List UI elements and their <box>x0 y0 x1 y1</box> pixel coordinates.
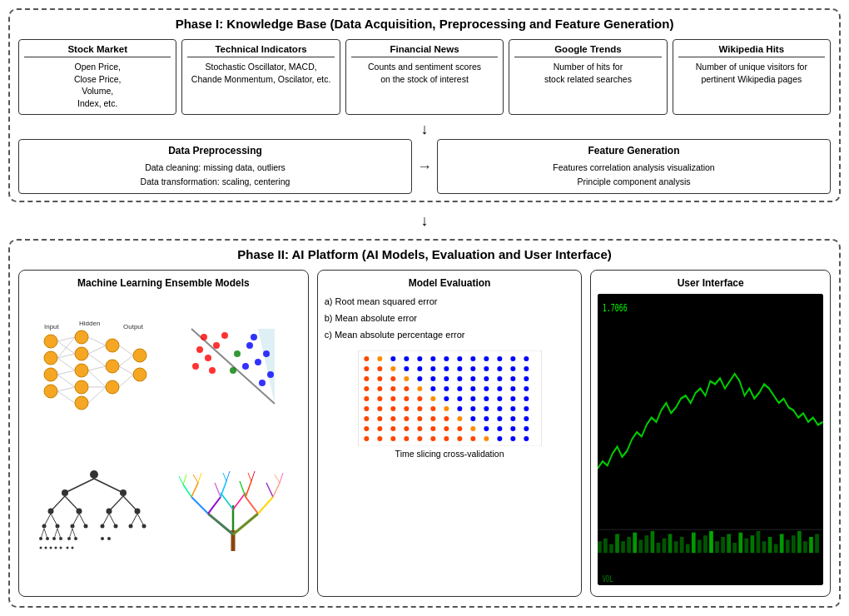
svg-point-195 <box>484 396 489 401</box>
svg-point-243 <box>430 436 435 441</box>
svg-line-36 <box>119 375 133 387</box>
svg-line-62 <box>109 496 123 511</box>
svg-line-132 <box>280 473 283 483</box>
svg-point-151 <box>417 366 422 371</box>
svg-rect-285 <box>786 540 790 554</box>
svg-point-83 <box>142 524 146 528</box>
svg-rect-281 <box>762 542 767 554</box>
svg-point-165 <box>430 376 435 381</box>
svg-line-112 <box>258 497 273 514</box>
svg-point-201 <box>390 406 395 411</box>
svg-point-240 <box>390 436 395 441</box>
scatter-plot-image <box>165 294 300 438</box>
svg-line-75 <box>137 514 144 526</box>
svg-point-175 <box>390 386 395 391</box>
svg-point-138 <box>417 356 422 361</box>
svg-line-34 <box>119 355 133 366</box>
financial-news-content: Counts and sentiment scoreson the stock … <box>351 61 498 85</box>
svg-point-228 <box>404 426 409 431</box>
svg-rect-272 <box>710 531 714 553</box>
svg-line-29 <box>88 366 106 370</box>
cv-matrix-svg <box>325 350 575 446</box>
svg-point-103 <box>66 546 68 549</box>
svg-point-40 <box>213 342 220 349</box>
svg-point-6 <box>44 385 57 398</box>
svg-line-19 <box>57 337 75 358</box>
svg-line-25 <box>57 391 75 403</box>
svg-point-137 <box>404 356 409 361</box>
svg-point-144 <box>497 356 502 361</box>
svg-point-51 <box>259 380 266 386</box>
svg-line-73 <box>109 514 116 526</box>
svg-point-180 <box>457 386 462 391</box>
svg-point-104 <box>71 546 73 549</box>
svg-point-7 <box>75 330 88 344</box>
svg-rect-263 <box>657 543 661 553</box>
svg-point-191 <box>430 396 435 401</box>
feature-gen-content: Features correlation analysis visualizat… <box>446 161 822 189</box>
svg-line-119 <box>240 481 246 497</box>
svg-point-211 <box>524 406 529 411</box>
svg-point-224 <box>524 416 529 421</box>
svg-point-46 <box>246 342 253 349</box>
google-trends-title: Google Trends <box>514 44 661 57</box>
neural-network-image: Input Hidden Output <box>26 294 161 438</box>
svg-point-98 <box>39 546 42 549</box>
svg-rect-283 <box>774 544 778 553</box>
svg-line-109 <box>191 497 208 514</box>
technical-indicators-title: Technical Indicators <box>187 44 334 57</box>
svg-point-99 <box>44 546 47 549</box>
svg-line-126 <box>198 473 201 483</box>
svg-point-190 <box>417 396 422 401</box>
svg-line-30 <box>88 370 106 387</box>
svg-point-235 <box>497 426 502 431</box>
technical-indicators-box: Technical Indicators Stochastic Oscillat… <box>181 39 340 115</box>
preprocessing-title: Data Preprocessing <box>27 145 403 156</box>
svg-rect-259 <box>633 533 638 553</box>
svg-point-179 <box>444 386 449 391</box>
svg-point-44 <box>209 367 216 374</box>
svg-point-8 <box>75 347 88 360</box>
svg-point-154 <box>457 366 462 371</box>
svg-rect-276 <box>733 543 737 553</box>
svg-point-245 <box>457 436 462 441</box>
svg-point-155 <box>470 366 475 371</box>
svg-point-234 <box>484 426 489 431</box>
svg-point-66 <box>106 508 112 514</box>
svg-line-131 <box>275 474 280 483</box>
svg-line-113 <box>221 493 233 509</box>
svg-point-140 <box>444 356 449 361</box>
svg-point-241 <box>404 436 409 441</box>
svg-rect-290 <box>816 534 820 554</box>
phase1-container: Phase I: Knowledge Base (Data Acquisitio… <box>8 8 841 202</box>
svg-point-221 <box>484 416 489 421</box>
svg-point-49 <box>267 371 274 378</box>
svg-point-196 <box>497 396 502 401</box>
svg-point-242 <box>417 436 422 441</box>
svg-rect-279 <box>751 536 755 554</box>
ml-box: Machine Learning Ensemble Models Input H… <box>18 270 309 597</box>
svg-point-9 <box>75 364 88 377</box>
svg-point-198 <box>524 396 529 401</box>
svg-line-26 <box>88 337 106 345</box>
stock-chart: 1.7066 <box>598 294 823 585</box>
google-trends-box: Google Trends Number of hits forstock re… <box>509 39 667 115</box>
svg-point-186 <box>364 396 369 401</box>
svg-point-135 <box>377 356 382 361</box>
svg-point-148 <box>377 366 382 371</box>
svg-rect-265 <box>668 534 673 554</box>
svg-line-118 <box>221 481 226 497</box>
svg-point-76 <box>42 524 46 528</box>
svg-point-89 <box>46 537 49 540</box>
svg-text:Output: Output <box>123 323 144 330</box>
svg-point-250 <box>524 436 529 441</box>
ui-title: User Interface <box>598 277 823 289</box>
svg-line-128 <box>226 471 230 481</box>
svg-point-217 <box>430 416 435 421</box>
svg-point-80 <box>100 524 104 528</box>
svg-point-246 <box>470 436 475 441</box>
svg-point-3 <box>44 335 57 348</box>
svg-text:Input: Input <box>44 323 60 330</box>
svg-point-162 <box>390 376 395 381</box>
svg-point-171 <box>510 376 515 381</box>
